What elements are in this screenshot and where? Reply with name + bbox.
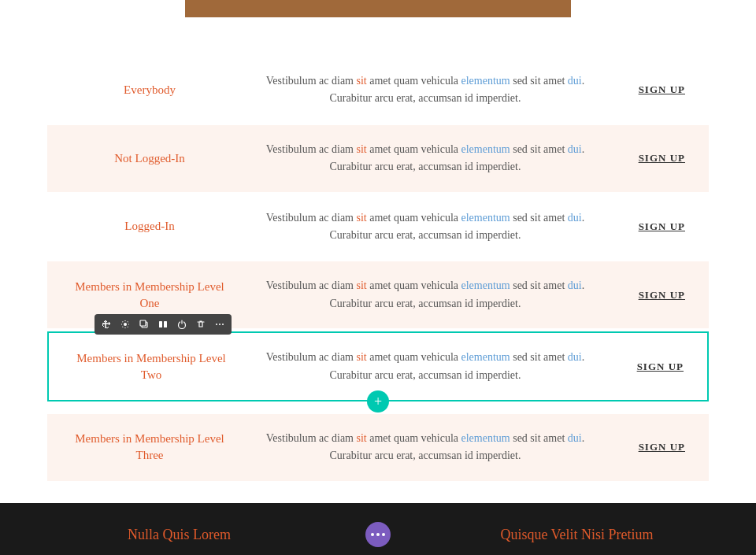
bottom-right-section: Quisque Velit Nisi Pretium: [398, 503, 756, 555]
rows-container: Everybody Vestibulum ac diam sit amet qu…: [0, 41, 756, 481]
row-description-not-logged-in: Vestibulum ac diam sit amet quam vehicul…: [228, 141, 622, 176]
dot-1: [371, 533, 374, 536]
bottom-right-title: Quisque Velit Nisi Pretium: [500, 527, 653, 543]
sign-up-everybody[interactable]: SIGN UP: [622, 83, 685, 96]
three-dots-button[interactable]: [365, 522, 391, 547]
row-title-level-two: Members in Membership Level Two: [72, 350, 230, 383]
bottom-left-section: Nulla Quis Lorem: [0, 503, 358, 555]
sign-up-level-one[interactable]: SIGN UP: [622, 289, 685, 302]
svg-point-0: [124, 323, 127, 326]
row-description-level-one: Vestibulum ac diam sit amet quam vehicul…: [228, 277, 622, 313]
row-everybody: Everybody Vestibulum ac diam sit amet qu…: [47, 57, 709, 124]
toolbar: [94, 314, 232, 335]
row-title-level-three: Members in Membership Level Three: [71, 431, 228, 464]
more-icon[interactable]: [213, 317, 227, 331]
dot-3: [382, 533, 385, 536]
delete-icon[interactable]: [194, 317, 208, 331]
row-title-level-one: Members in Membership Level One: [71, 279, 228, 312]
row-title-everybody: Everybody: [71, 82, 228, 98]
duplicate-icon[interactable]: [137, 317, 151, 331]
row-level-three: Members in Membership Level Three Vestib…: [47, 414, 709, 481]
row-title-not-logged-in: Not Logged-In: [71, 150, 228, 167]
row-title-logged-in: Logged-In: [71, 218, 228, 235]
settings-icon[interactable]: [118, 317, 132, 331]
svg-rect-2: [140, 320, 146, 326]
svg-point-6: [219, 324, 220, 325]
svg-point-7: [222, 324, 224, 325]
top-bar: [185, 0, 571, 17]
svg-point-5: [216, 324, 217, 325]
svg-rect-4: [164, 321, 167, 327]
sign-up-level-two[interactable]: SIGN UP: [621, 361, 684, 373]
row-description-logged-in: Vestibulum ac diam sit amet quam vehicul…: [228, 209, 622, 245]
sign-up-not-logged-in[interactable]: SIGN UP: [622, 152, 685, 165]
move-icon[interactable]: [99, 317, 113, 331]
row-description-everybody: Vestibulum ac diam sit amet quam vehicul…: [228, 72, 622, 108]
add-block-button[interactable]: +: [367, 390, 389, 413]
row-description-level-three: Vestibulum ac diam sit amet quam vehicul…: [228, 430, 622, 465]
svg-rect-3: [159, 321, 162, 327]
power-icon[interactable]: [175, 317, 189, 331]
bottom-left-title: Nulla Quis Lorem: [128, 527, 231, 543]
sign-up-logged-in[interactable]: SIGN UP: [622, 220, 685, 233]
sign-up-level-three[interactable]: SIGN UP: [622, 441, 685, 453]
three-dots-inner: [371, 533, 385, 536]
row-not-logged-in: Not Logged-In Vestibulum ac diam sit ame…: [47, 125, 709, 192]
bottom-sections: Nulla Quis Lorem Quisque Velit Nisi Pret…: [0, 503, 756, 555]
columns-icon[interactable]: [156, 317, 170, 331]
dot-2: [376, 533, 380, 536]
row-description-level-two: Vestibulum ac diam sit amet quam vehicul…: [230, 349, 621, 384]
bottom-divider: [358, 503, 398, 555]
row-logged-in: Logged-In Vestibulum ac diam sit amet qu…: [47, 194, 709, 261]
